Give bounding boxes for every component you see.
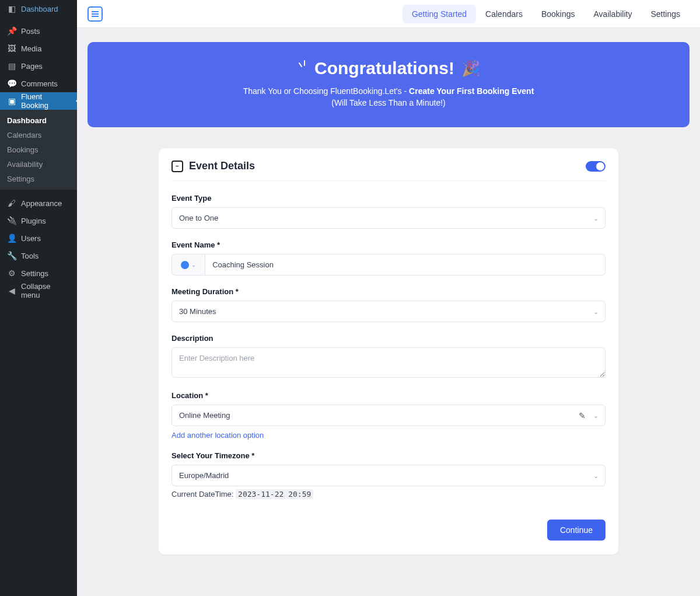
wp-submenu: Dashboard Calendars Bookings Availabilit… bbox=[0, 110, 77, 190]
datetime-value: 2023-11-22 20:59 bbox=[236, 489, 313, 499]
wp-menu-comments[interactable]: 💬Comments bbox=[0, 75, 77, 92]
event-color-picker[interactable]: ⌄ bbox=[172, 254, 205, 276]
party-popper-icon: 🎉 bbox=[461, 60, 480, 78]
pages-icon: ▤ bbox=[7, 61, 16, 71]
submenu-settings[interactable]: Settings bbox=[0, 172, 77, 186]
wp-menu-label: Pages bbox=[21, 62, 43, 71]
event-type-label: Event Type bbox=[172, 194, 606, 203]
svg-line-0 bbox=[299, 63, 302, 67]
collapse-icon: ◀ bbox=[7, 286, 16, 295]
description-label: Description bbox=[172, 334, 606, 343]
wp-menu-label: Collapse menu bbox=[21, 282, 70, 299]
continue-button[interactable]: Continue bbox=[547, 520, 606, 541]
fluent-booking-icon: ▣ bbox=[7, 96, 16, 106]
hero-subtitle: Thank You or Choosing FluentBooking.Let'… bbox=[102, 86, 676, 96]
sparkle-icon bbox=[297, 60, 309, 78]
wp-menu-label: Appearance bbox=[21, 199, 62, 208]
location-select[interactable]: Online Meeting bbox=[172, 405, 606, 426]
location-label: Location * bbox=[172, 391, 606, 400]
tools-icon: 🔧 bbox=[7, 251, 16, 260]
wp-menu-label: Plugins bbox=[21, 217, 46, 225]
wp-menu-media[interactable]: 🖼Media bbox=[0, 40, 77, 57]
pin-icon: 📌 bbox=[7, 26, 16, 36]
appearance-icon: 🖌 bbox=[7, 198, 16, 208]
submenu-availability[interactable]: Availability bbox=[0, 157, 77, 172]
wp-menu-dashboard[interactable]: ◧Dashboard bbox=[0, 0, 77, 18]
meeting-duration-label: Meeting Duration * bbox=[172, 287, 606, 296]
add-location-link[interactable]: Add another location option bbox=[172, 431, 264, 440]
hero-banner: Congratulations! 🎉 Thank You or Choosing… bbox=[88, 42, 690, 127]
wp-menu-label: Users bbox=[21, 234, 41, 243]
wp-menu-users[interactable]: 👤Users bbox=[0, 229, 77, 247]
wp-menu-plugins[interactable]: 🔌Plugins bbox=[0, 212, 77, 229]
submenu-dashboard[interactable]: Dashboard bbox=[0, 113, 77, 128]
wp-menu-label: Comments bbox=[21, 79, 58, 88]
timezone-label: Select Your Timezone * bbox=[172, 451, 606, 460]
card-title: Event Details bbox=[189, 160, 255, 172]
media-icon: 🖼 bbox=[7, 44, 16, 53]
event-name-label: Event Name * bbox=[172, 241, 606, 249]
settings-icon: ⚙ bbox=[7, 269, 16, 278]
dashboard-icon: ◧ bbox=[7, 4, 16, 13]
comments-icon: 💬 bbox=[7, 79, 16, 88]
app-topbar: Getting Started Calendars Bookings Avail… bbox=[77, 0, 700, 28]
wp-menu-settings[interactable]: ⚙Settings bbox=[0, 264, 77, 282]
tab-getting-started[interactable]: Getting Started bbox=[402, 5, 476, 23]
wp-menu-pages[interactable]: ▤Pages bbox=[0, 57, 77, 75]
tab-settings[interactable]: Settings bbox=[641, 5, 690, 23]
current-datetime: Current DateTime: 2023-11-22 20:59 bbox=[172, 490, 606, 499]
wp-menu-posts[interactable]: 📌Posts bbox=[0, 22, 77, 40]
tab-bookings[interactable]: Bookings bbox=[532, 5, 584, 23]
description-textarea[interactable] bbox=[172, 347, 606, 378]
main-content: Getting Started Calendars Bookings Avail… bbox=[77, 0, 700, 596]
tab-calendars[interactable]: Calendars bbox=[476, 5, 532, 23]
event-details-card: − Event Details Event Type One to One ⌄ … bbox=[159, 148, 618, 555]
wp-menu-appearance[interactable]: 🖌Appearance bbox=[0, 194, 77, 212]
wp-collapse-menu[interactable]: ◀Collapse menu bbox=[0, 282, 77, 299]
users-icon: 👤 bbox=[7, 233, 16, 243]
wp-menu-label: Dashboard bbox=[21, 5, 58, 13]
wp-menu-label: Fluent Booking bbox=[21, 92, 70, 110]
wp-menu-label: Posts bbox=[21, 27, 40, 36]
app-nav: Getting Started Calendars Bookings Avail… bbox=[402, 5, 690, 23]
submenu-calendars[interactable]: Calendars bbox=[0, 128, 77, 142]
event-name-input[interactable] bbox=[205, 254, 606, 276]
wp-menu-label: Settings bbox=[21, 269, 48, 278]
chevron-down-icon: ⌄ bbox=[191, 262, 196, 268]
edit-icon[interactable]: ✎ bbox=[579, 411, 586, 420]
wp-menu-label: Media bbox=[21, 44, 41, 53]
color-dot-icon bbox=[181, 261, 189, 269]
hero-title: Congratulations! bbox=[314, 58, 454, 78]
event-details-icon: − bbox=[172, 161, 183, 172]
tab-availability[interactable]: Availability bbox=[584, 5, 642, 23]
submenu-bookings[interactable]: Bookings bbox=[0, 142, 77, 157]
timezone-select[interactable]: Europe/Madrid bbox=[172, 465, 606, 486]
plugins-icon: 🔌 bbox=[7, 216, 16, 225]
meeting-duration-select[interactable]: 30 Minutes bbox=[172, 301, 606, 322]
event-enabled-toggle[interactable] bbox=[586, 161, 606, 172]
wp-menu-fluent-booking[interactable]: ▣Fluent Booking bbox=[0, 92, 77, 110]
hero-subtitle2: (Will Take Less Than a Minute!) bbox=[102, 98, 676, 107]
wp-menu-tools[interactable]: 🔧Tools bbox=[0, 247, 77, 264]
app-logo-icon bbox=[88, 6, 103, 22]
wp-admin-sidebar: ◧Dashboard 📌Posts 🖼Media ▤Pages 💬Comment… bbox=[0, 0, 77, 596]
wp-menu-label: Tools bbox=[21, 252, 38, 260]
event-type-select[interactable]: One to One bbox=[172, 207, 606, 229]
